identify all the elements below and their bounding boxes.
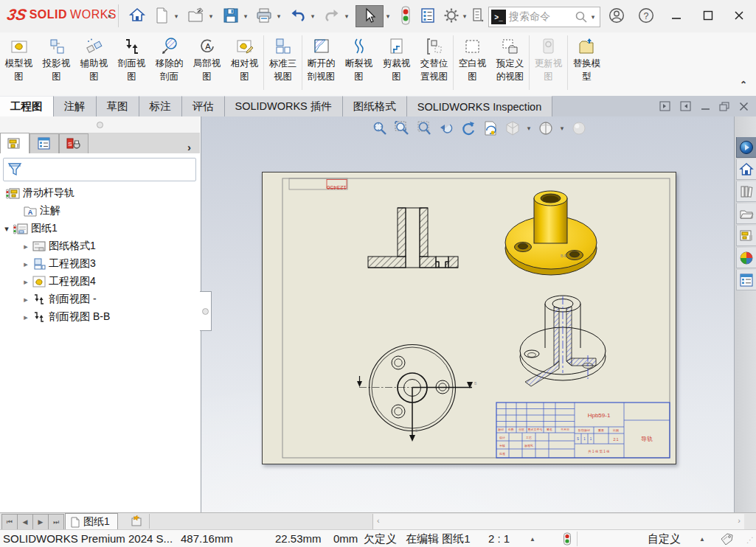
display-manager-tab[interactable]: S	[59, 133, 89, 153]
resize-grip[interactable]: ⋰	[746, 536, 755, 544]
tab-sketch[interactable]: 草图	[97, 96, 139, 116]
view-orientation-button[interactable]	[503, 119, 521, 137]
isometric-shaded-view[interactable]: B-B	[505, 191, 597, 275]
expand-arrow-icon[interactable]: ▸	[21, 295, 31, 304]
undo-button[interactable]	[288, 5, 308, 26]
tree-item-label[interactable]: 图纸格式1	[49, 240, 96, 253]
tab-inspection[interactable]: SOLIDWORKS Inspection	[407, 96, 552, 116]
first-sheet-button[interactable]: ⏮	[1, 514, 18, 530]
open-file-dropdown[interactable]: ▾	[207, 13, 215, 20]
zoom-fit-button[interactable]	[370, 119, 389, 137]
panel-top-splitter[interactable]	[0, 116, 200, 133]
3d-content-button[interactable]	[736, 137, 756, 158]
3d-drawing-view-button[interactable]	[481, 119, 499, 137]
view-orientation-dropdown[interactable]: ▾	[525, 125, 533, 132]
select-tool-button[interactable]	[356, 5, 384, 27]
tab-annotation[interactable]: 注解	[54, 96, 97, 116]
tree-item-view3[interactable]: ▸ 工程视图3	[0, 255, 200, 273]
removed-section-button[interactable]: 移除的剖面	[150, 32, 188, 83]
options-button[interactable]	[441, 5, 462, 26]
isometric-section-view[interactable]	[520, 296, 606, 386]
search-icon[interactable]	[575, 10, 588, 24]
horizontal-scrollbar[interactable]: ‹ ›	[372, 514, 744, 529]
crop-view-button[interactable]: 剪裁视图	[378, 32, 415, 83]
tree-item-label[interactable]: 工程视图4	[49, 275, 96, 288]
custom-properties-button[interactable]	[736, 270, 756, 290]
help-button[interactable]: ?	[636, 5, 656, 26]
scale-dropdown-arrow[interactable]: ▲	[530, 536, 535, 543]
command-search-box[interactable]: >_ 搜索命令 ▾	[488, 7, 600, 27]
pane-options-button[interactable]	[471, 5, 485, 26]
tree-item-sheet-format[interactable]: ▸ 图纸格式1	[0, 237, 200, 255]
redo-button[interactable]	[322, 5, 342, 26]
print-button[interactable]	[254, 5, 274, 26]
rotate-view-button[interactable]	[459, 119, 477, 137]
pane-restore-icon[interactable]	[719, 102, 730, 111]
new-file-button[interactable]	[151, 5, 172, 26]
performance-button[interactable]	[395, 5, 416, 26]
options-dropdown[interactable]: ▾	[461, 13, 468, 20]
tab-dimension[interactable]: 标注	[139, 96, 182, 116]
status-sheet-scale[interactable]: 2 : 1	[488, 532, 510, 545]
tree-item-part[interactable]: 滑动杆导轨	[0, 184, 200, 202]
display-style-dropdown[interactable]: ▾	[558, 125, 566, 132]
open-file-button[interactable]	[186, 5, 207, 26]
panel-flyout-arrow[interactable]: ›	[187, 141, 200, 153]
new-file-dropdown[interactable]: ▾	[173, 13, 180, 20]
view-palette-button[interactable]	[736, 226, 756, 246]
empty-view-button[interactable]: 空白视图	[454, 32, 491, 83]
scroll-right-icon[interactable]: ›	[738, 516, 741, 525]
account-button[interactable]	[606, 5, 627, 26]
units-dropdown-arrow[interactable]: ▲	[699, 536, 705, 543]
tree-item-label[interactable]: 剖面视图 B-B	[49, 310, 110, 324]
model-view-button[interactable]: 模型视图	[0, 32, 38, 83]
display-style-button[interactable]	[536, 119, 555, 137]
section-view-front[interactable]	[368, 208, 458, 268]
undo-dropdown[interactable]: ▾	[309, 13, 316, 20]
scroll-left-icon[interactable]: ‹	[377, 516, 380, 525]
print-dropdown[interactable]: ▾	[275, 13, 282, 20]
status-units[interactable]: 自定义	[648, 532, 681, 546]
zoom-area-button[interactable]	[392, 119, 411, 137]
add-sheet-button[interactable]	[124, 514, 150, 529]
file-explorer-button[interactable]	[736, 203, 756, 224]
appearances-button[interactable]	[736, 248, 756, 268]
tree-item-section-view-bb[interactable]: ▸ 剖面视图 B-B	[0, 308, 200, 326]
drawing-sheet[interactable]: 123456	[262, 172, 676, 464]
pane-close-icon[interactable]	[739, 102, 749, 111]
close-button[interactable]	[729, 5, 749, 26]
expand-arrow-icon[interactable]: ▸	[21, 259, 31, 269]
tab-drawing[interactable]: 工程图	[0, 96, 54, 116]
pane-minimize-icon[interactable]	[701, 102, 710, 111]
dock-right-icon[interactable]	[680, 101, 692, 111]
ribbon-collapse-chevron[interactable]: ⌃	[736, 80, 751, 91]
evaluate-button[interactable]	[417, 5, 438, 26]
maximize-button[interactable]	[698, 5, 718, 26]
status-performance-button[interactable]	[563, 532, 572, 546]
auxiliary-view-button[interactable]: 辅助视图	[75, 32, 113, 83]
relative-view-button[interactable]: 相对视图	[226, 32, 263, 83]
property-manager-tab[interactable]	[30, 133, 59, 153]
prev-sheet-button[interactable]: ◀	[17, 514, 33, 530]
search-dropdown[interactable]: ▾	[589, 13, 597, 21]
expand-arrow-icon[interactable]: ▸	[21, 242, 31, 251]
select-tool-dropdown[interactable]: ▾	[384, 13, 392, 20]
detail-view-button[interactable]: A局部视图	[188, 32, 226, 83]
tree-item-label[interactable]: 图纸1	[31, 222, 58, 235]
feature-manager-tab[interactable]	[0, 133, 30, 153]
redo-dropdown[interactable]: ▾	[343, 13, 350, 20]
tab-evaluate[interactable]: 评估	[182, 96, 225, 116]
break-view-button[interactable]: 断裂视图	[340, 32, 378, 83]
design-library-button[interactable]	[736, 181, 756, 202]
tree-filter-box[interactable]	[3, 158, 196, 181]
tree-item-label[interactable]: 滑动杆导轨	[23, 187, 74, 200]
tree-item-label[interactable]: 工程视图3	[49, 257, 96, 271]
tab-sheet-format[interactable]: 图纸格式	[343, 96, 407, 116]
tab-addins[interactable]: SOLIDWORKS 插件	[225, 96, 343, 116]
standard-3view-button[interactable]: 标准三视图	[264, 32, 302, 83]
minimize-button[interactable]	[666, 5, 687, 26]
zoom-inout-button[interactable]	[415, 119, 433, 137]
section-view-button[interactable]: 剖面视图	[113, 32, 150, 83]
broken-out-section-button[interactable]: 断开的剖视图	[302, 32, 340, 83]
tree-item-label[interactable]: 注解	[40, 204, 60, 217]
